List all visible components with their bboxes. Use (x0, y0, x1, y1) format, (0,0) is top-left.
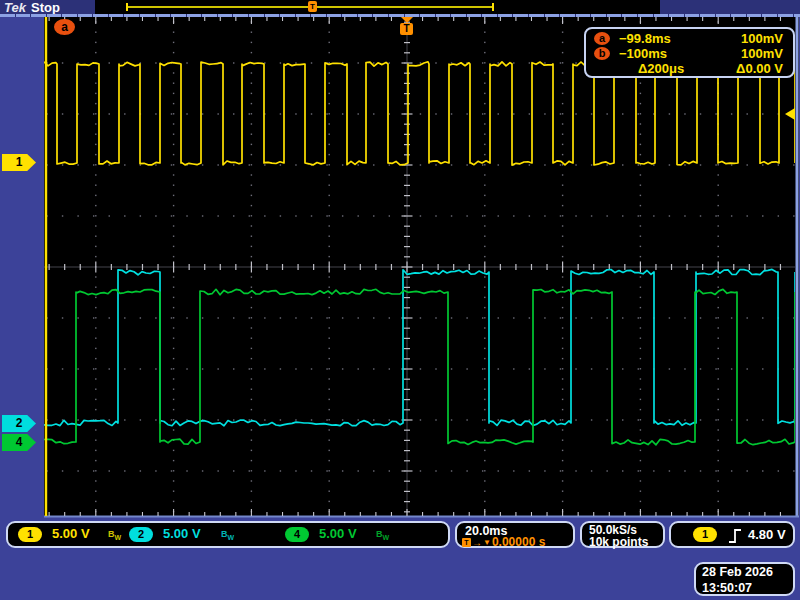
time-value: 13:50:07 (702, 581, 752, 595)
cursor-a-row: a −99.8ms 100mV (586, 31, 793, 46)
cursor-delta-time-value: Δ200μs (638, 61, 684, 76)
waveform-display (0, 0, 800, 600)
cursor-b-row: b −100ms 100mV (586, 46, 793, 61)
cursor-delta-volt-value: Δ0.00 V (736, 61, 783, 76)
channel-1-bandwidth-icon: BW (108, 529, 121, 541)
channel-4-scale[interactable]: 5.00 V (319, 526, 357, 541)
acquisition-readout-box[interactable]: 50.0kS/s 10k points (580, 521, 665, 548)
horizontal-position-row: T → ▼ 0.00000 s (462, 535, 545, 549)
channel-2-scale[interactable]: 5.00 V (163, 526, 201, 541)
cursor-delta-row: Δ200μs Δ0.00 V (586, 61, 793, 76)
acquisition-window-bracket-left (126, 3, 128, 11)
cursor-b-volt-value: 100mV (741, 46, 783, 61)
trigger-level-value: 4.80 V (748, 527, 786, 542)
rising-edge-icon (727, 527, 743, 545)
cursor-readout-panel: a −99.8ms 100mV b −100ms 100mV Δ200μs Δ0… (584, 27, 795, 78)
channel-2-bandwidth-icon: BW (221, 529, 234, 541)
graticule-top-border (0, 14, 800, 17)
channel-4-bandwidth-icon: BW (376, 529, 389, 541)
arrow-right-icon: → (472, 537, 482, 548)
cursor-a-volt-value: 100mV (741, 31, 783, 46)
date-value: 28 Feb 2026 (702, 565, 773, 579)
trigger-position-t-icon[interactable]: T (400, 23, 413, 35)
channel-scale-readout-box[interactable]: 1 5.00 V BW 2 5.00 V BW 4 5.00 V BW (6, 521, 450, 548)
cursor-b-time-value: −100ms (619, 46, 667, 61)
graticule-bottom-border (44, 516, 799, 518)
acquisition-window-bracket-right (492, 3, 494, 11)
datetime-panel: 28 Feb 2026 13:50:07 (694, 562, 795, 596)
trigger-t-icon: T (462, 538, 471, 547)
acquisition-trigger-icon: T (308, 1, 317, 12)
cursor-a-time-value: −99.8ms (619, 31, 671, 46)
triangle-down-icon: ▼ (483, 538, 491, 547)
channel-1-scale[interactable]: 5.00 V (52, 526, 90, 541)
trigger-source-badge: 1 (693, 527, 717, 542)
channel-1-badge[interactable]: 1 (18, 527, 42, 542)
horizontal-readout-box[interactable]: 20.0ms T → ▼ 0.00000 s (455, 521, 575, 548)
oscilloscope-screen: T Tek Stop a T 1 2 4 a −99.8ms 100mV b −… (0, 0, 800, 600)
cursor-a-badge[interactable]: a (54, 19, 75, 35)
graticule-right-border (796, 17, 799, 516)
channel-2-badge[interactable]: 2 (129, 527, 153, 542)
horizontal-position-value: 0.00000 s (492, 535, 545, 549)
record-length-value: 10k points (589, 535, 648, 549)
tek-logo: Tek (4, 0, 26, 15)
cursor-a-row-badge: a (594, 32, 610, 45)
run-status-label: Stop (31, 0, 60, 15)
channel-4-badge[interactable]: 4 (285, 527, 309, 542)
cursor-b-row-badge: b (594, 47, 610, 60)
trigger-readout-box[interactable]: 1 4.80 V (669, 521, 795, 548)
